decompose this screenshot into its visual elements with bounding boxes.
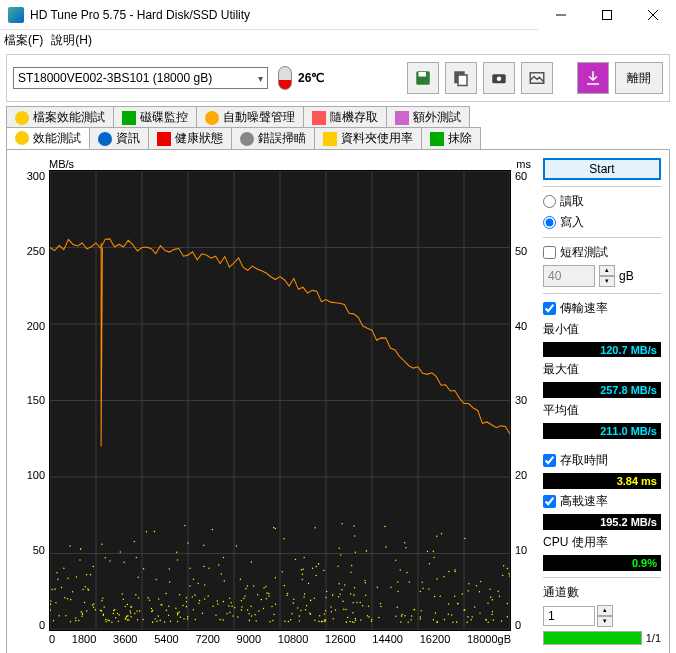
transfer-rate-checkbox[interactable]: 傳輸速率 [543,300,661,317]
menu-help[interactable]: 說明(H) [51,32,92,49]
svg-point-248 [169,581,170,583]
svg-point-355 [203,566,204,568]
svg-point-361 [406,572,407,574]
tab-info[interactable]: 資訊 [89,127,149,149]
close-button[interactable] [630,0,676,30]
svg-point-332 [195,619,196,621]
svg-point-396 [50,609,51,611]
svg-point-309 [81,611,82,613]
svg-point-177 [155,618,156,620]
svg-point-382 [290,619,291,621]
svg-point-417 [166,609,167,611]
svg-point-324 [352,621,353,623]
svg-point-217 [509,575,510,577]
tab-benchmark[interactable]: 效能測試 [6,127,90,149]
menu-file[interactable]: 檔案(F) [4,32,43,49]
svg-point-196 [273,614,274,616]
svg-rect-4 [458,75,467,86]
device-select[interactable]: ST18000VE002-3BS101 (18000 gB) ▾ [13,67,268,89]
tab-aam[interactable]: 自動噪聲管理 [196,106,304,128]
svg-point-378 [70,621,71,623]
tab-error-scan[interactable]: 錯誤掃瞄 [231,127,315,149]
svg-point-349 [404,615,405,617]
svg-point-66 [138,576,139,578]
channel-spinner[interactable]: ▴▾ [597,605,613,627]
image-button[interactable] [521,62,553,94]
svg-point-264 [164,621,165,623]
svg-point-336 [161,604,162,606]
write-radio[interactable]: 寫入 [543,214,661,231]
download-button[interactable] [577,62,609,94]
y2-axis-label: ms [516,158,531,170]
svg-point-206 [427,551,428,553]
channel-total: 1/1 [646,632,661,644]
svg-point-116 [275,528,276,530]
svg-point-370 [293,598,294,600]
svg-point-301 [362,605,363,607]
svg-point-411 [271,606,272,608]
svg-point-238 [152,621,153,623]
svg-point-167 [433,557,434,559]
cpu-label: CPU 使用率 [543,534,661,551]
svg-point-243 [187,542,188,544]
svg-point-204 [354,535,355,537]
svg-point-416 [251,561,252,563]
svg-point-362 [261,599,262,601]
svg-point-283 [82,589,83,591]
tab-file-benchmark[interactable]: 檔案效能測試 [6,106,114,128]
svg-point-375 [342,601,343,603]
svg-point-291 [314,619,315,621]
svg-point-300 [186,601,187,603]
read-radio[interactable]: 讀取 [543,193,661,210]
svg-point-371 [507,616,508,618]
screenshot-button[interactable] [483,62,515,94]
tab-extra-tests[interactable]: 額外測試 [386,106,470,128]
svg-point-258 [291,613,292,615]
svg-point-197 [286,594,287,596]
svg-point-120 [156,579,157,581]
tab-folder-usage[interactable]: 資料夾使用率 [314,127,422,149]
svg-point-391 [160,620,161,622]
svg-point-297 [480,581,481,583]
short-test-checkbox[interactable]: 短程測試 [543,244,661,261]
spinner-buttons[interactable]: ▴▾ [599,265,615,287]
svg-point-26 [346,621,347,623]
svg-point-410 [218,564,219,566]
access-time-checkbox[interactable]: 存取時間 [543,452,661,469]
svg-point-164 [193,578,194,580]
svg-point-214 [82,612,83,614]
svg-point-389 [489,589,490,591]
svg-point-269 [492,599,493,601]
svg-point-335 [507,603,508,605]
svg-point-233 [224,580,225,582]
svg-point-147 [502,575,503,577]
svg-point-312 [472,616,473,618]
svg-point-65 [93,603,94,605]
speaker-icon [205,111,219,125]
copy-button[interactable] [445,62,477,94]
minimize-button[interactable] [538,0,584,30]
svg-point-255 [299,620,300,622]
tab-disk-monitor[interactable]: 磁碟監控 [113,106,197,128]
burst-rate-checkbox[interactable]: 高載速率 [543,493,661,510]
svg-point-368 [468,583,469,585]
tab-random-access[interactable]: 隨機存取 [303,106,387,128]
svg-point-270 [186,606,187,608]
svg-point-322 [168,605,169,607]
svg-point-299 [187,616,188,618]
tab-erase[interactable]: 抹除 [421,127,481,149]
save-button[interactable] [407,62,439,94]
svg-point-187 [258,610,259,612]
start-button[interactable]: Start [543,158,661,180]
svg-point-385 [57,578,58,580]
svg-point-85 [228,605,229,607]
svg-point-41 [79,559,80,561]
exit-button[interactable]: 離開 [615,62,663,94]
tab-health[interactable]: 健康狀態 [148,127,232,149]
svg-point-35 [326,591,327,593]
maximize-button[interactable] [584,0,630,30]
svg-point-162 [107,620,108,622]
x-axis: 0180036005400720090001080012600144001620… [15,631,535,645]
svg-point-141 [467,616,468,618]
svg-point-234 [476,585,477,587]
